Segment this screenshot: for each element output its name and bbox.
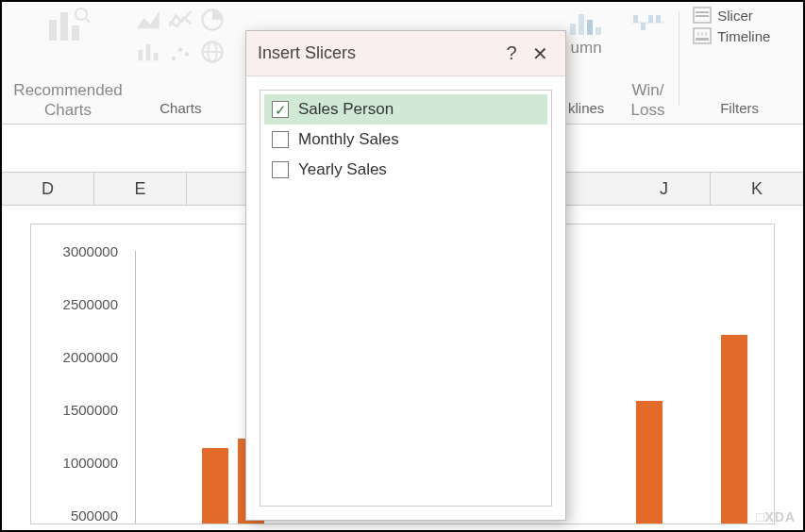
slicer-label: Slicer (717, 8, 753, 24)
checkbox[interactable] (272, 131, 289, 148)
svg-rect-0 (49, 20, 57, 41)
pie-chart-icon[interactable] (199, 7, 226, 33)
ribbon-charts-group: Charts (125, 7, 237, 120)
col-header[interactable]: K (711, 173, 803, 205)
timeline-icon (693, 27, 712, 44)
dialog-titlebar: Insert Slicers ? ✕ (246, 31, 565, 76)
svg-rect-2 (72, 25, 79, 41)
svg-rect-16 (579, 14, 584, 35)
svg-rect-26 (696, 15, 709, 17)
slicer-field-label: Monthly Sales (298, 130, 399, 149)
watermark: □XDA (756, 509, 796, 524)
column-sparkline-icon (567, 7, 605, 39)
charts-group-label: Charts (159, 100, 201, 120)
slicer-field-list: Sales PersonMonthly SalesYearly Sales (260, 90, 552, 507)
map-chart-icon[interactable] (199, 39, 226, 65)
winloss-label: Win/ Loss (631, 81, 665, 120)
checkbox[interactable] (272, 161, 289, 178)
svg-rect-6 (139, 50, 143, 61)
ytick: 3000000 (50, 243, 118, 259)
col-header[interactable]: J (618, 173, 711, 205)
sparklines-group-label: klines (568, 100, 604, 120)
col-header[interactable]: E (94, 173, 187, 205)
chart-y-axis: 3000000 2500000 2000000 1500000 1000000 … (50, 243, 126, 524)
dialog-title-text: Insert Slicers (258, 43, 356, 63)
svg-point-10 (178, 47, 183, 52)
dialog-body: Sales PersonMonthly SalesYearly Sales (246, 76, 565, 520)
svg-line-4 (85, 18, 90, 23)
slicer-field-label: Yearly Sales (298, 160, 387, 179)
chart-bar (202, 448, 228, 524)
column-sparkline-label: umn (571, 39, 602, 58)
filters-group-label: Filters (720, 100, 759, 120)
checkbox[interactable] (272, 101, 289, 118)
slicer-button[interactable]: Slicer (693, 7, 753, 24)
timeline-label: Timeline (717, 28, 770, 44)
ytick: 500000 (50, 507, 118, 524)
recommended-charts-label: Recommended Charts (13, 81, 122, 120)
area-chart-icon[interactable] (135, 7, 161, 33)
slicer-field-item[interactable]: Yearly Sales (264, 155, 547, 185)
ribbon-divider (679, 11, 679, 106)
svg-rect-25 (696, 11, 709, 13)
winloss-icon (629, 7, 667, 39)
col-header[interactable]: D (2, 173, 94, 205)
ribbon-recommended-charts[interactable]: Recommended Charts (11, 7, 125, 120)
svg-rect-18 (595, 27, 601, 35)
svg-rect-7 (146, 44, 151, 61)
ytick: 2500000 (50, 296, 118, 312)
recommended-charts-icon (45, 7, 91, 44)
svg-rect-15 (570, 24, 576, 35)
slicer-field-label: Sales Person (298, 100, 394, 119)
ribbon-filters-group: Slicer Timeline Filters (681, 7, 794, 120)
chart-bar (721, 335, 747, 524)
svg-rect-1 (60, 12, 68, 41)
ribbon-winloss[interactable]: Win/ Loss (619, 7, 677, 120)
slicer-icon (693, 7, 712, 24)
ytick: 2000000 (50, 349, 118, 365)
svg-rect-8 (154, 53, 159, 60)
column-chart-icon[interactable] (135, 39, 161, 65)
svg-point-9 (172, 57, 176, 61)
chart-bar (636, 401, 662, 524)
svg-rect-28 (696, 38, 709, 41)
col-header[interactable] (187, 173, 253, 205)
svg-point-11 (185, 52, 190, 57)
scatter-chart-icon[interactable] (167, 39, 193, 65)
line-chart-icon[interactable] (167, 7, 193, 33)
close-button[interactable]: ✕ (526, 40, 554, 68)
insert-slicers-dialog: Insert Slicers ? ✕ Sales PersonMonthly S… (245, 30, 566, 521)
svg-rect-17 (587, 20, 593, 35)
slicer-field-item[interactable]: Monthly Sales (264, 125, 547, 155)
svg-rect-23 (656, 15, 661, 23)
slicer-field-item[interactable]: Sales Person (264, 94, 547, 125)
svg-rect-21 (641, 23, 646, 30)
ytick: 1500000 (50, 402, 118, 418)
svg-rect-22 (648, 15, 653, 23)
help-button[interactable]: ? (497, 40, 526, 68)
ytick: 1000000 (50, 455, 118, 471)
svg-rect-20 (633, 15, 638, 23)
timeline-button[interactable]: Timeline (693, 27, 770, 44)
